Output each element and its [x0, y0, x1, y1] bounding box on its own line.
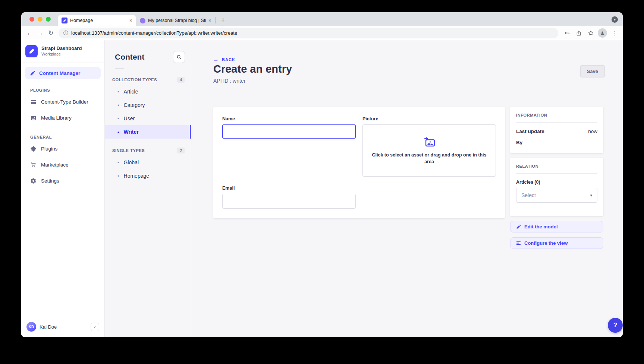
info-label: By: [516, 140, 522, 145]
tab-homepage[interactable]: Homepage ×: [58, 15, 136, 26]
workspace-name: Strapi Dashboard: [41, 45, 82, 51]
forward-button[interactable]: →: [35, 28, 45, 38]
bullet-icon: •: [117, 160, 119, 165]
configure-view-button[interactable]: Configure the view: [510, 237, 603, 249]
picture-label: Picture: [362, 116, 496, 121]
collapse-sidebar-button[interactable]: ‹: [91, 323, 99, 331]
relation-card: RELATION Articles (0) Select ▾: [510, 158, 603, 216]
page-title: Create an entry: [213, 63, 603, 75]
name-input[interactable]: [222, 124, 356, 139]
reload-button[interactable]: ↻: [46, 28, 56, 38]
edit-model-button[interactable]: Edit the model: [510, 221, 603, 232]
avatar[interactable]: KD: [26, 322, 36, 332]
sidebar-item-content-type-builder[interactable]: Content-Type Builder: [21, 94, 104, 110]
subnav-item-writer[interactable]: • Writer: [105, 125, 191, 139]
browser-toolbar: ← → ↻ ⓘ localhost:1337/admin/content-man…: [21, 26, 623, 40]
divider: [115, 68, 124, 69]
pencil-icon: [516, 224, 521, 229]
sidebar-item-label: Content Manager: [39, 70, 80, 76]
sidebar-item-label: Media Library: [41, 115, 72, 121]
section-label-general: GENERAL: [21, 126, 104, 141]
workspace-subtitle: Workplace: [41, 51, 82, 57]
image-plus-icon: [423, 136, 436, 148]
gear-icon: [30, 178, 37, 184]
tab-title: My personal Strapi blog | Strap: [148, 18, 206, 23]
help-button[interactable]: ?: [608, 318, 623, 333]
subnav-item-article[interactable]: • Article: [105, 85, 191, 98]
configure-lines-icon: [516, 241, 521, 246]
sidebar-item-content-manager[interactable]: Content Manager: [25, 67, 101, 79]
minimize-window-button[interactable]: [38, 17, 43, 22]
sidebar-item-media-library[interactable]: Media Library: [21, 110, 104, 126]
strapi-logo-icon: [25, 45, 38, 57]
bookmark-star-icon[interactable]: [586, 28, 596, 38]
info-value: now: [588, 129, 597, 134]
search-button[interactable]: [173, 51, 185, 63]
picture-upload-dropzone[interactable]: Click to select an asset or drag and dro…: [362, 124, 496, 177]
subnav-item-global[interactable]: • Global: [105, 156, 191, 169]
name-label: Name: [222, 116, 356, 121]
divider: [516, 173, 597, 174]
email-input[interactable]: [222, 194, 356, 209]
subnav-item-homepage[interactable]: • Homepage: [105, 169, 191, 183]
articles-select[interactable]: Select ▾: [516, 188, 597, 203]
traffic-lights: [29, 17, 51, 22]
tab-strapi-blog[interactable]: My personal Strapi blog | Strap ×: [136, 15, 215, 26]
user-row: KD Kai Doe ‹: [21, 317, 104, 337]
strapi-admin-app: Strapi Dashboard Workplace Content Manag…: [21, 40, 623, 337]
group-label-single-types: SINGLE TYPES: [112, 148, 145, 153]
sidebar-item-label: Plugins: [41, 146, 57, 152]
group-label-collection-types: COLLECTION TYPES: [112, 77, 157, 82]
picture-field-group: Picture Click to select an asset or drag…: [362, 116, 496, 177]
select-placeholder: Select: [521, 192, 536, 198]
sidebar-item-marketplace[interactable]: Marketplace: [21, 157, 104, 173]
articles-relation-label: Articles (0): [516, 180, 597, 185]
new-tab-button[interactable]: +: [218, 15, 228, 25]
email-label: Email: [222, 186, 356, 191]
tab-separator: [215, 17, 216, 23]
subnav-item-label: Writer: [124, 129, 139, 135]
browser-window: Homepage × My personal Strapi blog | Str…: [21, 12, 623, 337]
info-label: Last update: [516, 129, 544, 134]
bullet-icon: •: [117, 173, 119, 179]
back-link[interactable]: ← BACK: [213, 57, 235, 63]
tab-search-button[interactable]: ▾: [612, 16, 618, 23]
browser-profile-avatar[interactable]: [598, 28, 607, 38]
tab-close-icon[interactable]: ×: [208, 18, 211, 23]
address-bar[interactable]: ⓘ localhost:1337/admin/content-manager/c…: [59, 28, 558, 38]
tab-title: Homepage: [70, 18, 127, 23]
subnav-item-label: Homepage: [124, 173, 150, 179]
browser-menu-icon[interactable]: ⋮: [609, 28, 619, 38]
subnav-item-label: Category: [124, 102, 145, 108]
blog-favicon-icon: [140, 18, 145, 23]
password-key-icon[interactable]: [562, 28, 572, 38]
info-row-last-update: Last update now: [516, 129, 597, 134]
main-sidebar: Strapi Dashboard Workplace Content Manag…: [21, 40, 105, 337]
configure-view-label: Configure the view: [524, 240, 568, 246]
bullet-icon: •: [117, 102, 119, 108]
sidebar-item-plugins[interactable]: Plugins: [21, 141, 104, 157]
sidebar-item-label: Content-Type Builder: [41, 99, 88, 105]
pen-icon: [30, 70, 35, 76]
cart-icon: [30, 162, 37, 168]
info-row-by: By -: [516, 140, 597, 145]
zoom-window-button[interactable]: [46, 17, 51, 22]
toolbar-actions: ⋮: [562, 28, 619, 38]
api-id-subtitle: API ID : writer: [213, 78, 603, 84]
sidebar-item-settings[interactable]: Settings: [21, 173, 104, 189]
bullet-icon: •: [117, 89, 119, 95]
tab-close-icon[interactable]: ×: [129, 18, 132, 23]
back-arrow-icon: ←: [213, 57, 219, 63]
brand-block[interactable]: Strapi Dashboard Workplace: [21, 40, 104, 63]
site-info-icon[interactable]: ⓘ: [63, 30, 68, 37]
sidebar-item-label: Marketplace: [41, 162, 69, 168]
save-button[interactable]: Save: [580, 65, 605, 77]
back-button[interactable]: ←: [25, 28, 35, 38]
subnav-item-category[interactable]: • Category: [105, 98, 191, 112]
subnav-item-user[interactable]: • User: [105, 112, 191, 125]
close-window-button[interactable]: [29, 17, 34, 22]
image-icon: [30, 115, 37, 121]
url-text[interactable]: localhost:1337/admin/content-manager/col…: [71, 30, 237, 36]
subnav-item-label: Article: [124, 89, 138, 95]
share-icon[interactable]: [574, 28, 584, 38]
